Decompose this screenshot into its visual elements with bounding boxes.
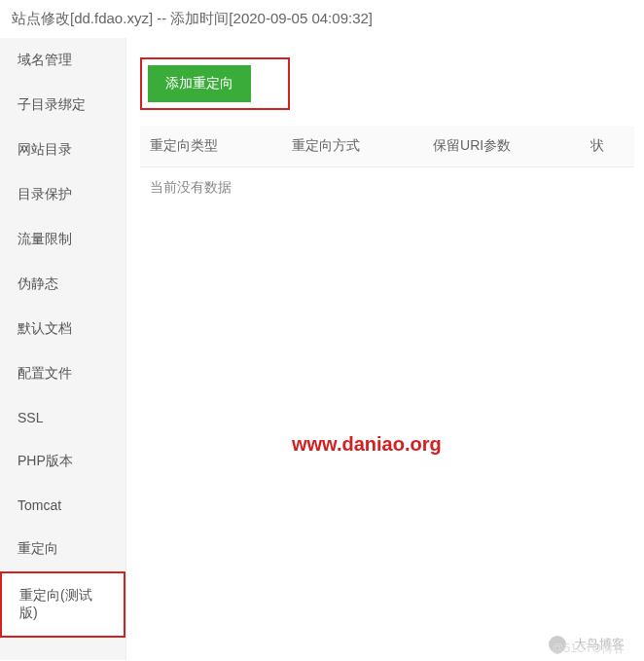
sidebar: 域名管理 子目录绑定 网站目录 目录保护 流量限制 伪静态 默认文档 配置文件 … — [0, 38, 126, 660]
table-header-row: 重定向类型 重定向方式 保留URI参数 状 — [140, 126, 634, 167]
add-redirect-button[interactable]: 添加重定向 — [148, 65, 251, 102]
table-header-method: 重定向方式 — [282, 126, 424, 167]
table-header-type: 重定向类型 — [140, 126, 282, 167]
watermark-url: www.daniao.org — [292, 433, 442, 456]
sidebar-item-domain[interactable]: 域名管理 — [0, 38, 125, 83]
sidebar-item-webdir[interactable]: 网站目录 — [0, 128, 125, 172]
redirect-table: 重定向类型 重定向方式 保留URI参数 状 当前没有数据 — [140, 126, 634, 208]
table-empty-row: 当前没有数据 — [140, 167, 634, 209]
footer-watermark-2: @51CTO博客 — [552, 641, 625, 657]
sidebar-item-subdir[interactable]: 子目录绑定 — [0, 83, 125, 128]
sidebar-item-pseudostatic[interactable]: 伪静态 — [0, 262, 125, 307]
sidebar-item-config[interactable]: 配置文件 — [0, 351, 125, 396]
sidebar-item-ssl[interactable]: SSL — [0, 396, 125, 439]
sidebar-item-tomcat[interactable]: Tomcat — [0, 484, 125, 527]
main-container: 域名管理 子目录绑定 网站目录 目录保护 流量限制 伪静态 默认文档 配置文件 … — [0, 38, 644, 660]
main-panel: 添加重定向 重定向类型 重定向方式 保留URI参数 状 当前没有数据 — [126, 38, 644, 660]
table-header-uriparam: 保留URI参数 — [423, 126, 581, 167]
sidebar-item-redirect[interactable]: 重定向 — [0, 527, 125, 571]
add-button-highlight: 添加重定向 — [140, 57, 290, 110]
sidebar-item-dirprotect[interactable]: 目录保护 — [0, 172, 125, 217]
sidebar-item-php[interactable]: PHP版本 — [0, 439, 125, 484]
sidebar-item-defaultdoc[interactable]: 默认文档 — [0, 307, 125, 351]
table-empty-text: 当前没有数据 — [140, 167, 634, 209]
sidebar-item-redirect-beta[interactable]: 重定向(测试版) — [0, 571, 125, 638]
table-header-status: 状 — [581, 126, 634, 167]
sidebar-item-traffic[interactable]: 流量限制 — [0, 217, 125, 262]
window-title: 站点修改[dd.fdao.xyz] -- 添加时间[2020-09-05 04:… — [0, 0, 644, 38]
